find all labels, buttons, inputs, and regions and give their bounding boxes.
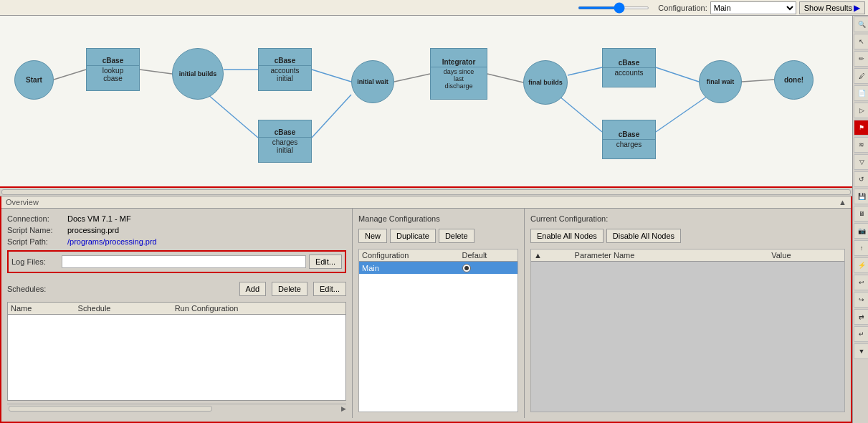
- diagram-canvas[interactable]: Start cBase lookupcbase initial builds c…: [0, 16, 852, 188]
- delete-config-button[interactable]: Delete: [439, 229, 474, 243]
- svg-line-1: [140, 70, 172, 74]
- schedules-label: Schedules:: [7, 285, 46, 293]
- param-table[interactable]: ▲ Parameter Name Value: [530, 249, 845, 412]
- swap-button[interactable]: ⇄: [854, 309, 868, 325]
- col-schedule: Schedule: [75, 303, 172, 315]
- node-final-builds[interactable]: final builds: [523, 60, 568, 105]
- node-initial-wait[interactable]: initial wait: [351, 60, 394, 103]
- script-name-value: processing.prd: [67, 226, 119, 234]
- schedules-table-inner: Name Schedule Run Configuration: [8, 303, 345, 315]
- param-table-inner: ▲ Parameter Name Value: [531, 249, 844, 262]
- node-charges[interactable]: cBase charges: [602, 120, 656, 159]
- param-col-triangle: ▲: [531, 249, 572, 262]
- schedule-add-button[interactable]: Add: [239, 282, 267, 296]
- node-accounts[interactable]: cBase accounts: [602, 48, 656, 87]
- node-lookup-cbase[interactable]: cBase lookupcbase: [86, 48, 140, 91]
- schedules-table[interactable]: Name Schedule Run Configuration: [7, 302, 346, 401]
- enable-disable-buttons: Enable All Nodes Disable All Nodes: [530, 229, 845, 243]
- arrow-right-icon: ▶: [854, 3, 860, 13]
- config-table[interactable]: Configuration Default Main: [358, 249, 518, 412]
- config-col-name: Configuration: [359, 249, 459, 262]
- col-name: Name: [8, 303, 75, 315]
- node-done[interactable]: done!: [774, 60, 814, 100]
- radio-dot[interactable]: [462, 264, 471, 272]
- enter-button[interactable]: ↵: [854, 326, 868, 342]
- right-toolbar: 🔍 ↖ ✏ 🖊 📄 ▷ ⚑ ≋ ▽ ↺ 💾 🖥 📷 ↑ ⚡ ↩ ↪ ⇄ ↵ ▼: [852, 16, 868, 423]
- move-up-button[interactable]: ↑: [854, 240, 868, 256]
- zoom-slider[interactable]: [578, 6, 649, 9]
- undo-button[interactable]: ↩: [854, 275, 868, 290]
- svg-line-7: [487, 74, 523, 82]
- current-config-title: Current Configuration:: [530, 214, 845, 223]
- top-toolbar: Configuration: Main Show Results ▶: [0, 0, 868, 16]
- svg-line-0: [54, 70, 86, 80]
- log-files-label: Log Files:: [11, 257, 62, 266]
- config-col-default: Default: [459, 249, 518, 262]
- schedules-header: Schedules: Add Delete Edit...: [7, 282, 346, 296]
- search-button[interactable]: 🔍: [854, 16, 868, 32]
- new-config-button[interactable]: New: [358, 229, 387, 243]
- param-col-value: Value: [768, 249, 844, 262]
- pencil-button[interactable]: ✏: [854, 51, 868, 67]
- config-row-main[interactable]: Main: [359, 262, 518, 275]
- collapse-icon[interactable]: ▲: [839, 198, 846, 206]
- show-results-button[interactable]: Show Results ▶: [799, 1, 865, 14]
- overview-section: Connection: Docs VM 7.1 - MF Script Name…: [1, 209, 353, 418]
- overview-scrollbar[interactable]: ▶: [7, 404, 346, 412]
- disable-all-nodes-button[interactable]: Disable All Nodes: [606, 229, 681, 243]
- scroll-right-arrow[interactable]: ▶: [341, 405, 346, 412]
- connection-value: Docs VM 7.1 - MF: [67, 214, 131, 223]
- col-run-config: Run Configuration: [172, 303, 345, 315]
- config-label: Configuration:: [658, 4, 707, 12]
- duplicate-config-button[interactable]: Duplicate: [390, 229, 436, 243]
- arrow-right-button[interactable]: ▷: [854, 103, 868, 118]
- svg-line-12: [742, 80, 774, 82]
- diagram-scrollbar[interactable]: [0, 188, 852, 196]
- config-table-inner: Configuration Default Main: [359, 249, 518, 274]
- panel-header: Overview ▲: [1, 196, 851, 209]
- camera-button[interactable]: 📷: [854, 223, 868, 239]
- log-files-row: Log Files: Edit...: [7, 250, 346, 273]
- scroll-down-button[interactable]: ▼: [854, 343, 868, 359]
- node-initial-builds[interactable]: initial builds: [172, 48, 224, 100]
- config-select[interactable]: Main: [710, 1, 796, 14]
- svg-line-11: [656, 95, 710, 132]
- node-charges-initial[interactable]: cBase chargesinitial: [258, 120, 312, 163]
- grid-button[interactable]: ≋: [854, 137, 868, 153]
- schedule-delete-button[interactable]: Delete: [272, 282, 307, 296]
- enable-all-nodes-button[interactable]: Enable All Nodes: [530, 229, 604, 243]
- config-row-name: Main: [359, 262, 459, 275]
- manage-buttons: New Duplicate Delete: [358, 229, 518, 243]
- param-col-name: Parameter Name: [572, 249, 769, 262]
- document-button[interactable]: 📄: [854, 85, 868, 101]
- svg-line-9: [559, 96, 602, 132]
- script-name-row: Script Name: processing.prd: [7, 226, 346, 234]
- pen-button[interactable]: 🖊: [854, 68, 868, 84]
- lightning-button[interactable]: ⚡: [854, 257, 868, 273]
- save-button[interactable]: 💾: [854, 189, 868, 204]
- connection-label: Connection:: [7, 214, 65, 223]
- select-button[interactable]: ↖: [854, 34, 868, 49]
- monitor-button[interactable]: 🖥: [854, 206, 868, 222]
- filter-button[interactable]: ▽: [854, 154, 868, 170]
- manage-configurations-section: Manage Configurations New Duplicate Dele…: [353, 209, 525, 418]
- log-files-input[interactable]: [62, 255, 306, 268]
- flag-button[interactable]: ⚑: [854, 120, 868, 136]
- config-rows: Main: [359, 262, 518, 275]
- script-name-label: Script Name:: [7, 226, 65, 234]
- redo-button[interactable]: ↪: [854, 292, 868, 308]
- node-final-wait[interactable]: final wait: [699, 60, 742, 103]
- schedule-edit-button[interactable]: Edit...: [313, 282, 346, 296]
- script-path-row: Script Path: /programs/processing.prd: [7, 237, 346, 246]
- svg-line-6: [394, 74, 430, 82]
- refresh-button[interactable]: ↺: [854, 171, 868, 187]
- log-files-edit-button[interactable]: Edit...: [309, 255, 342, 269]
- node-start[interactable]: Start: [14, 60, 54, 100]
- node-days-since[interactable]: Integrator days sincelastdischarge: [430, 48, 487, 100]
- connection-row: Connection: Docs VM 7.1 - MF: [7, 214, 346, 223]
- schedule-buttons: Add Delete Edit...: [237, 282, 347, 296]
- manage-config-title: Manage Configurations: [358, 214, 518, 223]
- node-accounts-initial[interactable]: cBase accountsinitial: [258, 48, 312, 91]
- config-row-default: [459, 262, 518, 275]
- svg-line-10: [656, 67, 699, 82]
